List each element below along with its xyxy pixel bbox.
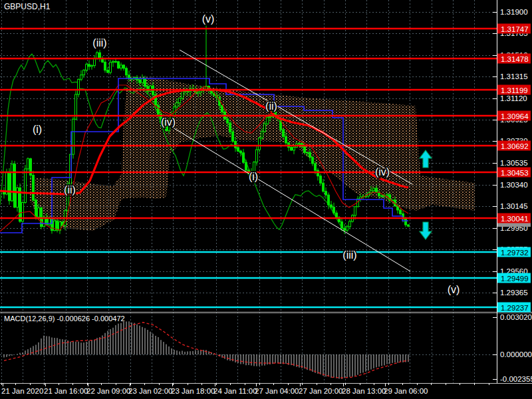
candle-body — [86, 65, 88, 70]
wave-label[interactable]: (iv) — [161, 116, 176, 128]
candle-body — [198, 92, 200, 93]
candle-body — [333, 207, 335, 213]
candle-body — [299, 144, 301, 144]
candle-body — [256, 150, 258, 162]
candle-body — [78, 79, 80, 94]
candle-body — [309, 152, 311, 157]
candle-body — [112, 61, 114, 62]
macd-axis-label: 0.003020 — [500, 313, 532, 321]
mt4-chart-window[interactable]: (i)(ii)(iii)(iv)(v)(i)(ii)(iii)(iv)(v)1.… — [0, 0, 532, 399]
candle-body — [139, 80, 141, 82]
level-badge-label: 1.30453 — [501, 169, 529, 177]
candle-body — [344, 228, 346, 230]
time-tick-label: 22 Jan 09:00 — [86, 387, 131, 395]
candle-body — [110, 63, 112, 72]
level-badge-label: 1.30692 — [501, 142, 529, 150]
candle-body — [221, 106, 223, 112]
time-tick-label: 27 Jan 04:00 — [255, 387, 299, 395]
candle-body — [33, 175, 35, 200]
candle-body — [325, 192, 327, 195]
candle-body — [336, 213, 338, 217]
level-badge-label: 1.31747 — [501, 25, 529, 33]
candle-body — [320, 176, 322, 184]
candle-body — [323, 183, 325, 191]
candle-body — [259, 138, 261, 150]
candle-body — [341, 222, 343, 229]
candle-body — [373, 188, 375, 190]
candle-body — [27, 159, 29, 169]
price-tick-label: 1.29365 — [500, 289, 528, 297]
candle-body — [312, 157, 314, 164]
candle-body — [346, 227, 348, 230]
candle-body — [243, 153, 245, 162]
wave-label[interactable]: (iv) — [375, 166, 390, 178]
candle-body — [283, 130, 285, 136]
candle-body — [331, 205, 332, 207]
wave-label[interactable]: (v) — [448, 284, 460, 295]
candle-body — [315, 164, 317, 170]
level-badge-label: 1.31478 — [501, 55, 529, 63]
candle-body — [235, 142, 237, 148]
wave-label[interactable]: (iii) — [92, 37, 106, 49]
wave-label[interactable]: (iii) — [342, 249, 356, 261]
chart-canvas[interactable]: (i)(ii)(iii)(iv)(v)(i)(ii)(iii)(iv)(v)1.… — [0, 0, 532, 399]
up-arrow[interactable] — [420, 150, 432, 168]
wave-label[interactable]: (i) — [33, 124, 42, 135]
macd-axis-label: -0.002355 — [500, 375, 532, 383]
level-badge-label: 1.29237 — [501, 304, 529, 312]
price-tick-label: 1.30340 — [500, 181, 528, 189]
level-badge-label: 1.29499 — [501, 275, 529, 283]
candle-body — [80, 75, 82, 80]
wave-label[interactable]: (v) — [202, 13, 215, 25]
time-tick-label: 27 Jan 20:00 — [299, 387, 343, 395]
candle-body — [115, 61, 117, 62]
candle-body — [267, 118, 269, 124]
price-tick-label: 1.30535 — [500, 159, 528, 167]
down-arrow[interactable] — [420, 222, 432, 239]
candle-body — [96, 53, 98, 58]
candle-body — [317, 170, 319, 176]
wave-label[interactable]: (i) — [249, 171, 258, 182]
candle-body — [25, 169, 27, 203]
candle-body — [245, 162, 247, 170]
candle-body — [378, 193, 380, 196]
candle-body — [142, 78, 144, 82]
level-badge-label: 1.30041 — [501, 215, 529, 223]
candle-body — [14, 164, 16, 207]
candle-body — [307, 152, 309, 153]
candle-body — [291, 148, 293, 150]
candle-body — [120, 65, 122, 68]
price-tick-label: 1.30145 — [500, 202, 528, 210]
candle-body — [88, 65, 90, 66]
candle-body — [104, 62, 106, 70]
price-tick-label: 1.31315 — [500, 72, 528, 80]
candle-body — [232, 132, 234, 141]
candle-body — [269, 116, 271, 117]
candle-body — [107, 70, 109, 72]
candle-body — [408, 225, 410, 226]
price-tick-label: 1.31120 — [500, 94, 527, 102]
level-badge-label: 1.29732 — [501, 249, 529, 257]
price-axis[interactable]: 1.319001.317051.315101.313151.311201.309… — [493, 8, 532, 383]
candle-body — [9, 173, 11, 201]
candle-body — [176, 103, 178, 107]
candle-body — [354, 207, 356, 215]
candle-body — [38, 208, 40, 217]
time-tick-label: 21 Jan 2020 — [1, 387, 43, 395]
time-tick-label: 28 Jan 13:00 — [342, 387, 386, 395]
macd-axis-label: 0.000000 — [500, 350, 532, 358]
candle-body — [264, 124, 266, 132]
time-tick-label: 21 Jan 16:00 — [44, 387, 88, 395]
candle-body — [328, 195, 330, 205]
candle-body — [227, 119, 229, 123]
candle-body — [381, 196, 383, 196]
price-tick-label: 1.31900 — [500, 8, 528, 16]
wave-label[interactable]: (ii) — [265, 100, 277, 112]
candle-body — [83, 70, 85, 74]
candle-body — [179, 98, 181, 103]
time-axis[interactable]: 21 Jan 202021 Jan 16:0022 Jan 09:0023 Ja… — [1, 383, 489, 395]
candle-body — [285, 136, 287, 143]
wave-label[interactable]: (ii) — [64, 184, 76, 196]
candle-body — [386, 195, 388, 196]
ichimoku-cloud — [30, 76, 475, 231]
